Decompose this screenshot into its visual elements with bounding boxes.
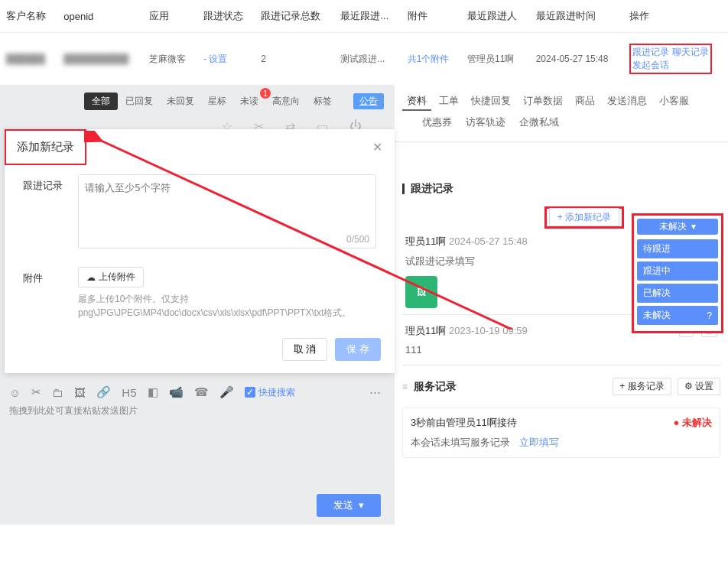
cell-lastfollow: 测试跟进... xyxy=(334,33,401,86)
th-openid: openid xyxy=(57,0,143,33)
status-opt-pending[interactable]: 待跟进 xyxy=(637,239,718,258)
add-record-button[interactable]: + 添加新纪录 xyxy=(549,208,619,226)
modal-title: 添加新纪录 xyxy=(5,129,86,165)
mic-icon[interactable]: 🎤 xyxy=(219,385,234,399)
add-record-modal: 添加新纪录 ✕ 跟进记录 0/500 附件 ☁上传附件 最多上传10个附件。仅支… xyxy=(5,129,395,373)
cancel-button[interactable]: 取 消 xyxy=(282,338,328,361)
rec2-when: 2023-10-19 09:59 xyxy=(449,325,528,336)
drag-icon[interactable]: ≡ xyxy=(402,382,408,392)
status-opt-inprogress[interactable]: 跟进中 xyxy=(637,261,718,281)
tab-ticket[interactable]: 工单 xyxy=(434,93,463,111)
tab-order[interactable]: 订单数据 xyxy=(518,93,567,111)
cut-icon[interactable]: ✂ xyxy=(31,385,41,399)
tab-wework[interactable]: 企微私域 xyxy=(515,114,564,131)
follow-section-header: 跟进记录 xyxy=(395,177,728,200)
h5-icon[interactable]: H5 xyxy=(122,386,136,399)
th-customer: 客户名称 xyxy=(0,0,57,33)
drop-hint: 拖拽到此处可直接粘贴发送图片 xyxy=(9,404,138,417)
status-opt-unresolved[interactable]: 未解决? xyxy=(637,306,718,325)
follow-textarea[interactable] xyxy=(79,175,375,245)
filter-replied[interactable]: 已回复 xyxy=(119,93,159,110)
rec1-when: 2024-05-27 15:48 xyxy=(449,235,528,247)
cell-followby: 管理员11啊 xyxy=(461,33,530,86)
send-button[interactable]: 发送 ▾ xyxy=(317,494,381,517)
close-icon[interactable]: ⓧ xyxy=(373,94,384,108)
th-app: 应用 xyxy=(143,0,197,33)
phone-icon[interactable]: ☎ xyxy=(194,385,209,399)
cell-time: 2024-05-27 15:48 xyxy=(530,33,624,86)
tab-coupon[interactable]: 优惠券 xyxy=(418,114,457,131)
file-chip-icon[interactable]: 🖼 xyxy=(405,276,437,308)
cell-count: 2 xyxy=(255,33,334,86)
quick-search-toggle[interactable]: ✓快捷搜索 xyxy=(245,386,295,399)
link-icon[interactable]: 🔗 xyxy=(96,385,111,399)
save-button[interactable]: 保 存 xyxy=(335,338,381,361)
cell-attachment[interactable]: 共1个附件 xyxy=(408,54,450,64)
th-attach: 附件 xyxy=(401,0,461,33)
rec2-who: 理员11啊 xyxy=(405,325,446,336)
chat-pane: 全部 已回复 未回复 星标 未读 高意向 标签 公告 ⓧ ☆ ✂ ⇄ ▭ ⏻ 添… xyxy=(0,85,395,524)
th-followby: 最近跟进人 xyxy=(461,0,530,33)
miniapp-icon[interactable]: ◧ xyxy=(148,385,158,399)
cell-customer: ██████ xyxy=(6,54,45,64)
emoji-icon[interactable]: ☺ xyxy=(9,386,21,399)
tab-agent[interactable]: 小客服 xyxy=(655,93,694,111)
char-counter: 0/500 xyxy=(346,234,369,245)
tab-sendmsg[interactable]: 发送消息 xyxy=(603,93,652,111)
upload-button[interactable]: ☁上传附件 xyxy=(78,267,144,287)
follow-title: 跟进记录 xyxy=(411,182,720,196)
rec1-who: 理员11啊 xyxy=(405,235,446,247)
status-dropdown: 未解决 ▾ 待跟进 跟进中 已解决 未解决? xyxy=(632,213,723,333)
filter-unreadmsg[interactable]: 未读 xyxy=(234,93,265,110)
add-service-button[interactable]: + 服务记录 xyxy=(613,378,671,395)
video-icon[interactable]: 📹 xyxy=(169,385,184,399)
filter-star[interactable]: 星标 xyxy=(202,93,232,110)
service-settings-button[interactable]: ⚙ 设置 xyxy=(678,378,720,395)
cloud-upload-icon: ☁ xyxy=(86,272,96,283)
side-panel: 资料 工单 快捷回复 订单数据 商品 发送消息 小客服 优惠券 访客轨迹 企微私… xyxy=(395,85,728,524)
op-start-session[interactable]: 发起会话 xyxy=(632,60,669,70)
rec2-text: 111 xyxy=(395,341,728,359)
op-follow-record[interactable]: 跟进记录 xyxy=(632,47,669,57)
cell-app: 芝麻微客 xyxy=(143,33,197,86)
cell-openid: ██████████ xyxy=(63,54,128,64)
th-time: 最近跟进时间 xyxy=(530,0,624,33)
th-count: 跟进记录总数 xyxy=(255,0,334,33)
label-attach: 附件 xyxy=(23,267,66,320)
modal-close-icon[interactable]: ✕ xyxy=(372,140,382,154)
filter-high[interactable]: 高意向 xyxy=(266,93,306,110)
label-follow: 跟进记录 xyxy=(23,174,66,248)
th-lastfollow: 最近跟进... xyxy=(334,0,401,33)
tab-info[interactable]: 资料 xyxy=(402,93,431,111)
op-chat-record[interactable]: 聊天记录 xyxy=(672,47,709,57)
filter-tag[interactable]: 标签 xyxy=(307,93,338,110)
table-row: ██████ ██████████ 芝麻微客 - 设置 2 测试跟进... 共1… xyxy=(0,33,728,86)
filter-all[interactable]: 全部 xyxy=(84,93,118,110)
svc-line2a: 本会话未填写服务记录 xyxy=(411,437,510,448)
tab-visitor[interactable]: 访客轨迹 xyxy=(461,114,510,131)
help-icon: ? xyxy=(707,310,712,321)
tab-product[interactable]: 商品 xyxy=(570,93,600,111)
upload-hint: 最多上传10个附件。仅支持png\JPG\JPEG\MP4\doc\docx\c… xyxy=(78,292,376,320)
service-title: 服务记录 xyxy=(414,380,606,394)
image-icon[interactable]: 🖼 xyxy=(74,386,86,399)
filter-unread[interactable]: 未回复 xyxy=(161,93,200,110)
folder-icon[interactable]: 🗀 xyxy=(52,386,63,399)
svc-line1: 3秒前由管理员11啊接待 xyxy=(411,416,517,430)
customer-table: 客户名称 openid 应用 跟进状态 跟进记录总数 最近跟进... 附件 最近… xyxy=(0,0,728,85)
tab-quick[interactable]: 快捷回复 xyxy=(466,93,515,111)
th-op: 操作 xyxy=(623,0,728,33)
svc-fill-link[interactable]: 立即填写 xyxy=(519,437,559,448)
more-icon[interactable]: ⋯ xyxy=(369,385,381,399)
service-record-card: 3秒前由管理员11啊接待 ● 未解决 本会话未填写服务记录 立即填写 xyxy=(402,408,720,458)
workspace: 全部 已回复 未回复 星标 未读 高意向 标签 公告 ⓧ ☆ ✂ ⇄ ▭ ⏻ 添… xyxy=(0,85,728,524)
status-trigger[interactable]: 未解决 ▾ xyxy=(637,219,718,235)
svc-status: ● 未解决 xyxy=(674,416,712,430)
status-opt-resolved[interactable]: 已解决 xyxy=(637,284,718,303)
th-status: 跟进状态 xyxy=(197,0,255,33)
cell-status[interactable]: - 设置 xyxy=(203,54,227,64)
